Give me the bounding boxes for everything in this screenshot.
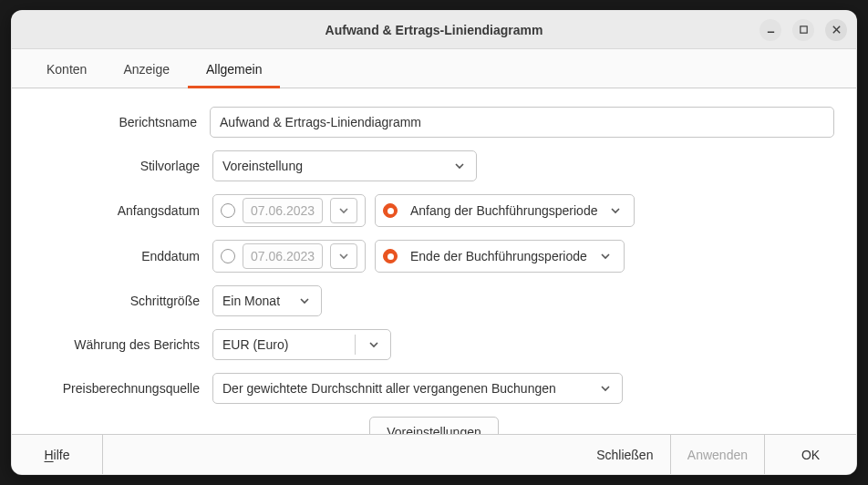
- chevron-down-icon: [598, 381, 613, 396]
- anfangsdatum-relative-select[interactable]: Anfang der Buchführungsperiode: [405, 198, 626, 223]
- dialog-window: Aufwand & Ertrags-Liniendiagramm Konten …: [11, 10, 857, 475]
- anfangsdatum-fixed-radio[interactable]: [221, 203, 235, 218]
- anfangsdatum-fixed-dropdown[interactable]: [330, 198, 357, 223]
- enddatum-relative-radio[interactable]: [383, 249, 398, 263]
- separator: [355, 335, 356, 355]
- chevron-down-icon: [297, 294, 312, 308]
- label-anfangsdatum: Anfangsdatum: [34, 203, 212, 218]
- stilvorlage-select[interactable]: Voreinstellung: [212, 150, 477, 181]
- titlebar: Aufwand & Ertrags-Liniendiagramm: [12, 11, 856, 49]
- close-button[interactable]: [825, 19, 847, 41]
- enddatum-fixed-group: [212, 240, 366, 273]
- schrittgroesse-value: Ein Monat: [222, 294, 280, 308]
- anfangsdatum-relative-group: Anfang der Buchführungsperiode: [375, 194, 635, 227]
- window-title: Aufwand & Ertrags-Liniendiagramm: [326, 23, 543, 37]
- tab-panel-allgemein: Berichtsname Stilvorlage Voreinstellung …: [12, 88, 856, 434]
- dialog-footer: Hilfe Schließen Anwenden OK: [12, 434, 856, 474]
- tab-konten[interactable]: Konten: [28, 49, 105, 88]
- enddatum-relative-value: Ende der Buchführungsperiode: [410, 249, 587, 263]
- minimize-button[interactable]: [760, 19, 781, 41]
- label-waehrung: Währung des Berichts: [34, 337, 212, 352]
- chevron-down-icon: [598, 249, 613, 263]
- label-schrittgroesse: Schrittgröße: [34, 294, 212, 308]
- preisquelle-value: Der gewichtete Durchschnitt aller vergan…: [222, 381, 556, 396]
- anfangsdatum-fixed-group: [212, 194, 366, 227]
- label-berichtsname: Berichtsname: [34, 115, 210, 129]
- tab-bar: Konten Anzeige Allgemein: [12, 49, 856, 88]
- hilfe-button[interactable]: Hilfe: [12, 435, 103, 474]
- berichtsname-input[interactable]: [210, 107, 834, 138]
- enddatum-fixed-radio[interactable]: [221, 249, 235, 263]
- enddatum-fixed-dropdown[interactable]: [330, 243, 357, 269]
- window-controls: [760, 19, 847, 41]
- anfangsdatum-fixed-input: [243, 198, 323, 223]
- anfangsdatum-relative-value: Anfang der Buchführungsperiode: [410, 203, 597, 218]
- enddatum-relative-select[interactable]: Ende der Buchführungsperiode: [405, 243, 616, 269]
- tab-anzeige[interactable]: Anzeige: [105, 49, 188, 88]
- chevron-down-icon: [367, 337, 381, 352]
- waehrung-value: EUR (Euro): [222, 337, 288, 352]
- enddatum-relative-group: Ende der Buchführungsperiode: [375, 240, 625, 273]
- svg-rect-1: [800, 26, 806, 33]
- enddatum-fixed-input: [243, 243, 323, 269]
- chevron-down-icon: [452, 159, 467, 173]
- label-stilvorlage: Stilvorlage: [34, 159, 212, 173]
- footer-spacer: [103, 435, 580, 474]
- label-preisquelle: Preisberechnungsquelle: [34, 381, 212, 396]
- label-enddatum: Enddatum: [34, 249, 212, 263]
- waehrung-select[interactable]: EUR (Euro): [212, 329, 391, 360]
- ok-button[interactable]: OK: [765, 435, 856, 474]
- voreinstellungen-button[interactable]: Voreinstellungen: [369, 417, 499, 434]
- schliessen-button[interactable]: Schließen: [580, 435, 671, 474]
- stilvorlage-value: Voreinstellung: [222, 159, 303, 173]
- preisquelle-select[interactable]: Der gewichtete Durchschnitt aller vergan…: [212, 373, 623, 404]
- maximize-button[interactable]: [792, 19, 814, 41]
- anfangsdatum-relative-radio[interactable]: [383, 203, 398, 218]
- anwenden-button: Anwenden: [671, 435, 765, 474]
- tab-allgemein[interactable]: Allgemein: [188, 49, 280, 88]
- chevron-down-icon: [608, 203, 623, 218]
- schrittgroesse-select[interactable]: Ein Monat: [212, 285, 322, 316]
